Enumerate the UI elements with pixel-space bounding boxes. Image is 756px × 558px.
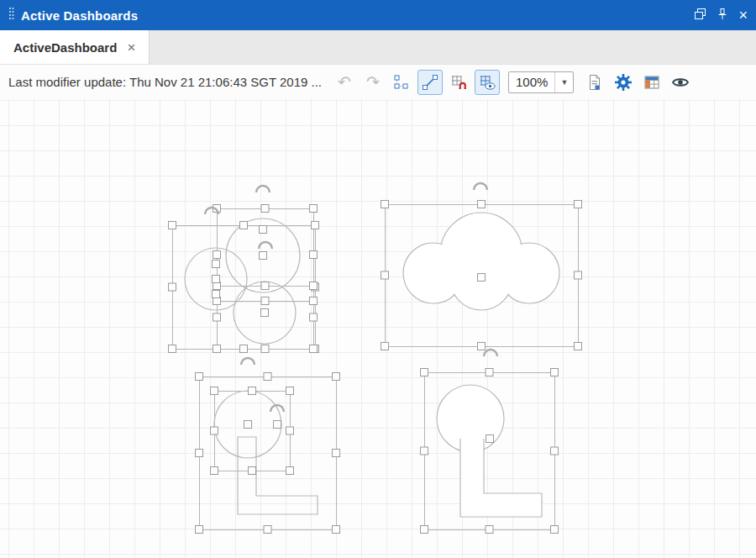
- selection-handle[interactable]: [575, 271, 582, 279]
- selection-handle[interactable]: [264, 373, 271, 381]
- selection-rect: [200, 377, 337, 530]
- selection-handle[interactable]: [260, 226, 267, 234]
- selection-handle[interactable]: [551, 447, 559, 455]
- settings-gear-icon: [614, 73, 633, 92]
- selection-handle[interactable]: [551, 526, 559, 534]
- arch-marker[interactable]: [259, 242, 272, 249]
- color-table-button[interactable]: [639, 70, 664, 95]
- preview-eye-icon: [671, 74, 690, 91]
- selection-handle[interactable]: [213, 345, 221, 353]
- selection-handle[interactable]: [196, 373, 203, 381]
- selection-handle[interactable]: [264, 526, 271, 534]
- dashboard-canvas[interactable]: [0, 99, 756, 558]
- selection-handle[interactable]: [310, 345, 318, 353]
- selection-handle[interactable]: [310, 282, 318, 290]
- selection-handle[interactable]: [244, 421, 252, 429]
- selection-handle[interactable]: [333, 526, 340, 534]
- selection-handle[interactable]: [575, 201, 582, 208]
- color-table-icon: [643, 74, 660, 91]
- arch-marker[interactable]: [205, 208, 218, 214]
- selection-handle[interactable]: [261, 345, 269, 353]
- selection-handle[interactable]: [213, 276, 220, 283]
- selection-handle[interactable]: [213, 313, 221, 321]
- undo-button[interactable]: ↶: [332, 70, 357, 95]
- selection-handle[interactable]: [286, 427, 294, 434]
- selection-handle[interactable]: [274, 421, 281, 429]
- shape[interactable]: [238, 437, 318, 514]
- selection-handle[interactable]: [551, 369, 559, 376]
- diagonal-link-button[interactable]: [417, 70, 443, 95]
- close-icon[interactable]: ×: [738, 8, 748, 23]
- tabstrip: ActiveDashboard ×: [0, 30, 756, 65]
- snap-to-grid-button[interactable]: [446, 70, 471, 95]
- selection-handle[interactable]: [240, 345, 248, 353]
- selection-handle[interactable]: [421, 369, 428, 376]
- export-report-button[interactable]: [582, 70, 607, 95]
- selection-handle[interactable]: [213, 261, 220, 268]
- selection-handle[interactable]: [310, 297, 318, 305]
- tab-activedashboard[interactable]: ActiveDashboard ×: [0, 30, 150, 64]
- settings-gear-button[interactable]: [611, 70, 636, 95]
- selection-handle[interactable]: [286, 387, 294, 395]
- selection-handle[interactable]: [286, 467, 294, 475]
- selection-handle[interactable]: [310, 251, 318, 259]
- selection-handle[interactable]: [240, 222, 248, 229]
- selection-handle[interactable]: [196, 526, 203, 534]
- arch-marker[interactable]: [256, 186, 270, 192]
- selection-handle[interactable]: [261, 309, 269, 317]
- selection-handle[interactable]: [261, 205, 269, 213]
- selection-handle[interactable]: [312, 222, 319, 229]
- grip-icon[interactable]: [8, 6, 14, 24]
- arch-marker[interactable]: [241, 358, 255, 365]
- selection-handle[interactable]: [169, 283, 176, 291]
- selection-handle[interactable]: [478, 274, 486, 282]
- export-report-icon: [586, 74, 603, 91]
- selection-handle[interactable]: [249, 387, 256, 395]
- selection-handle[interactable]: [486, 435, 494, 443]
- selection-handle[interactable]: [310, 205, 318, 213]
- selection-handle[interactable]: [213, 251, 221, 259]
- undo-icon: ↶: [338, 74, 351, 90]
- zoom-select[interactable]: 100% ▼: [508, 71, 574, 93]
- selection-rect: [218, 287, 314, 350]
- arch-marker[interactable]: [474, 183, 487, 190]
- pin-icon[interactable]: [717, 8, 728, 24]
- selection-rect: [215, 392, 291, 471]
- selection-handle[interactable]: [486, 526, 493, 534]
- redo-icon: ↷: [366, 74, 380, 90]
- selection-handle[interactable]: [169, 222, 176, 229]
- arch-marker[interactable]: [484, 350, 497, 356]
- selection-handle[interactable]: [333, 373, 340, 381]
- selection-handle[interactable]: [333, 450, 340, 457]
- float-window-icon[interactable]: [694, 8, 706, 24]
- window-title: Active Dashboards: [21, 8, 138, 23]
- selection-handle[interactable]: [260, 252, 267, 260]
- zoom-caret-icon[interactable]: ▼: [554, 72, 573, 92]
- selection-handle[interactable]: [478, 201, 486, 208]
- selection-handle[interactable]: [261, 282, 269, 290]
- toolbar: Last modifier update: Thu Nov 21 21:06:4…: [0, 65, 756, 99]
- selection-handle[interactable]: [381, 271, 389, 279]
- selection-handle[interactable]: [249, 467, 256, 475]
- grid-visibility-button[interactable]: [475, 70, 500, 95]
- selection-handle[interactable]: [575, 343, 582, 350]
- selection-handle[interactable]: [213, 291, 220, 298]
- selection-handle[interactable]: [381, 343, 389, 350]
- selection-handle[interactable]: [211, 387, 218, 395]
- selection-handle[interactable]: [211, 427, 218, 434]
- preview-eye-button[interactable]: [668, 70, 693, 95]
- selection-handle[interactable]: [478, 343, 486, 350]
- connector-points-button[interactable]: [389, 70, 414, 95]
- selection-handle[interactable]: [421, 447, 428, 455]
- selection-handle[interactable]: [421, 526, 428, 534]
- redo-button[interactable]: ↷: [360, 70, 386, 95]
- selection-handle[interactable]: [211, 467, 218, 475]
- selection-handle[interactable]: [169, 345, 176, 353]
- selection-handle[interactable]: [310, 313, 318, 321]
- selection-handle[interactable]: [486, 369, 493, 376]
- shape[interactable]: [460, 439, 542, 517]
- tab-close-icon[interactable]: ×: [127, 40, 135, 55]
- selection-handle[interactable]: [381, 201, 389, 208]
- selection-handle[interactable]: [196, 450, 203, 457]
- selection-handle[interactable]: [261, 297, 269, 305]
